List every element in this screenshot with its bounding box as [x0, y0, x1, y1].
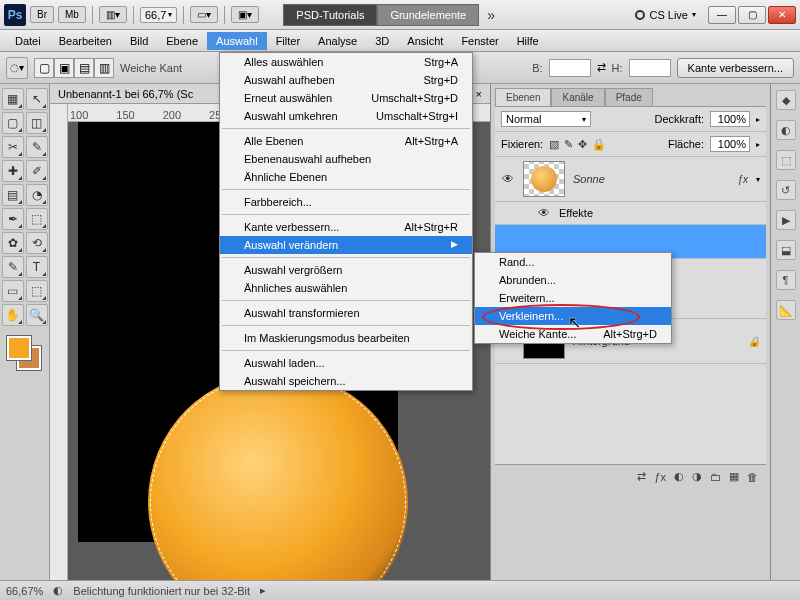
menu-item[interactable]: Erneut auswählenUmschalt+Strg+D	[220, 89, 472, 107]
layer-style-icon[interactable]: ƒx	[654, 471, 666, 483]
panel-tab-kanaele[interactable]: Kanäle	[551, 88, 604, 106]
lock-all-icon[interactable]: 🔒	[592, 138, 606, 151]
tool-16[interactable]: ▭	[2, 280, 24, 302]
tool-0[interactable]: ▦	[2, 88, 24, 110]
tool-12[interactable]: ✿	[2, 232, 24, 254]
menu-hilfe[interactable]: Hilfe	[508, 32, 548, 50]
visibility-icon[interactable]: 👁	[501, 172, 515, 186]
maximize-button[interactable]: ▢	[738, 6, 766, 24]
menu-ansicht[interactable]: Ansicht	[398, 32, 452, 50]
tool-14[interactable]: ✎	[2, 256, 24, 278]
tool-4[interactable]: ✂	[2, 136, 24, 158]
tool-5[interactable]: ✎	[26, 136, 48, 158]
lock-transp-icon[interactable]: ▧	[549, 138, 559, 151]
tool-2[interactable]: ▢	[2, 112, 24, 134]
menu-item[interactable]: Kante verbessern...Alt+Strg+R	[220, 218, 472, 236]
history-panel-icon[interactable]: ↺	[776, 180, 796, 200]
submenu-item[interactable]: Rand...	[475, 253, 671, 271]
visibility-icon[interactable]: 👁	[537, 206, 551, 220]
menu-datei[interactable]: Datei	[6, 32, 50, 50]
cs-live[interactable]: CS Live▾	[635, 9, 696, 21]
tool-7[interactable]: ✐	[26, 160, 48, 182]
menu-auswahl[interactable]: Auswahl	[207, 32, 267, 50]
bridge-button[interactable]: Br	[30, 6, 54, 23]
group-icon[interactable]: 🗀	[710, 471, 721, 483]
fx-badge[interactable]: ƒx	[737, 174, 748, 185]
menu-fenster[interactable]: Fenster	[452, 32, 507, 50]
submenu-item[interactable]: Abrunden...	[475, 271, 671, 289]
current-tool-icon[interactable]: ◌▾	[6, 57, 28, 79]
tool-1[interactable]: ↖	[26, 88, 48, 110]
menu-bild[interactable]: Bild	[121, 32, 157, 50]
panel-tab-ebenen[interactable]: Ebenen	[495, 88, 551, 106]
adjustment-layer-icon[interactable]: ◑	[692, 470, 702, 483]
menu-item[interactable]: Auswahl transformieren	[220, 304, 472, 322]
refine-edge-button[interactable]: Kante verbessern...	[677, 58, 794, 78]
layer-effekte-row[interactable]: 👁 Effekte	[495, 202, 766, 225]
selection-mode-seg[interactable]: ▢▣▤▥	[34, 58, 114, 78]
arrange-button[interactable]: ▥▾	[99, 6, 127, 23]
swatches-panel-icon[interactable]: ◆	[776, 90, 796, 110]
menu-filter[interactable]: Filter	[267, 32, 309, 50]
tool-17[interactable]: ⬚	[26, 280, 48, 302]
menu-item[interactable]: Auswahl verändern▶	[220, 236, 472, 254]
lock-paint-icon[interactable]: ✎	[564, 138, 573, 151]
tool-18[interactable]: ✋	[2, 304, 24, 326]
tool-9[interactable]: ◔	[26, 184, 48, 206]
lock-move-icon[interactable]: ✥	[578, 138, 587, 151]
menu-analyse[interactable]: Analyse	[309, 32, 366, 50]
submenu-item[interactable]: Weiche Kante...Alt+Strg+D	[475, 325, 671, 343]
menu-item[interactable]: Auswahl aufhebenStrg+D	[220, 71, 472, 89]
tab-close-icon[interactable]: ×	[476, 88, 482, 100]
menu-item[interactable]: Alle EbenenAlt+Strg+A	[220, 132, 472, 150]
zoom-combo[interactable]: 66,7▾	[140, 7, 177, 23]
minimize-button[interactable]: —	[708, 6, 736, 24]
menu-item[interactable]: Auswahl umkehrenUmschalt+Strg+I	[220, 107, 472, 125]
layer-sonne[interactable]: 👁 Sonne ƒx ▾	[495, 157, 766, 202]
menu-bearbeiten[interactable]: Bearbeiten	[50, 32, 121, 50]
tool-10[interactable]: ✒	[2, 208, 24, 230]
menu-item[interactable]: Farbbereich...	[220, 193, 472, 211]
delete-layer-icon[interactable]: 🗑	[747, 471, 758, 483]
minibridge-button[interactable]: Mb	[58, 6, 86, 23]
tool-13[interactable]: ⟲	[26, 232, 48, 254]
height-input[interactable]	[629, 59, 671, 77]
link-layers-icon[interactable]: ⇄	[637, 470, 646, 483]
panel-tab-pfade[interactable]: Pfade	[605, 88, 653, 106]
tool-3[interactable]: ◫	[26, 112, 48, 134]
info-panel-icon[interactable]: ⬓	[776, 240, 796, 260]
menu-3d[interactable]: 3D	[366, 32, 398, 50]
new-layer-icon[interactable]: ▦	[729, 470, 739, 483]
actions-panel-icon[interactable]: ▶	[776, 210, 796, 230]
menu-item[interactable]: Auswahl speichern...	[220, 372, 472, 390]
viewmode-button[interactable]: ▭▾	[190, 6, 218, 23]
menu-item[interactable]: Ähnliches auswählen	[220, 279, 472, 297]
width-input[interactable]	[549, 59, 591, 77]
layer-mask-icon[interactable]: ◐	[674, 470, 684, 483]
opacity-input[interactable]: 100%	[710, 111, 750, 127]
menu-item[interactable]: Alles auswählenStrg+A	[220, 53, 472, 71]
menu-item[interactable]: Auswahl laden...	[220, 354, 472, 372]
color-swatches[interactable]	[7, 336, 43, 372]
styles-panel-icon[interactable]: ◐	[776, 120, 796, 140]
adjustments-panel-icon[interactable]: ⬚	[776, 150, 796, 170]
tool-6[interactable]: ✚	[2, 160, 24, 182]
tool-8[interactable]: ▤	[2, 184, 24, 206]
measure-panel-icon[interactable]: 📐	[776, 300, 796, 320]
workspace-tab-psdtutorials[interactable]: PSD-Tutorials	[283, 4, 377, 26]
layer-thumb[interactable]	[523, 161, 565, 197]
tool-15[interactable]: T	[26, 256, 48, 278]
workspace-tab-grundelemente[interactable]: Grundelemente	[377, 4, 479, 26]
fill-input[interactable]: 100%	[710, 136, 750, 152]
menu-item[interactable]: Ähnliche Ebenen	[220, 168, 472, 186]
submenu-item[interactable]: Verkleinern...	[475, 307, 671, 325]
workspace-more[interactable]: »	[487, 7, 495, 23]
menu-item[interactable]: Auswahl vergrößern	[220, 261, 472, 279]
swap-dims-icon[interactable]: ⇄	[597, 61, 606, 74]
zoom-status[interactable]: 66,67%	[6, 585, 43, 597]
submenu-item[interactable]: Erweitern...	[475, 289, 671, 307]
menu-item[interactable]: Im Maskierungsmodus bearbeiten	[220, 329, 472, 347]
menu-item[interactable]: Ebenenauswahl aufheben	[220, 150, 472, 168]
tool-11[interactable]: ⬚	[26, 208, 48, 230]
blend-mode-select[interactable]: Normal▾	[501, 111, 591, 127]
